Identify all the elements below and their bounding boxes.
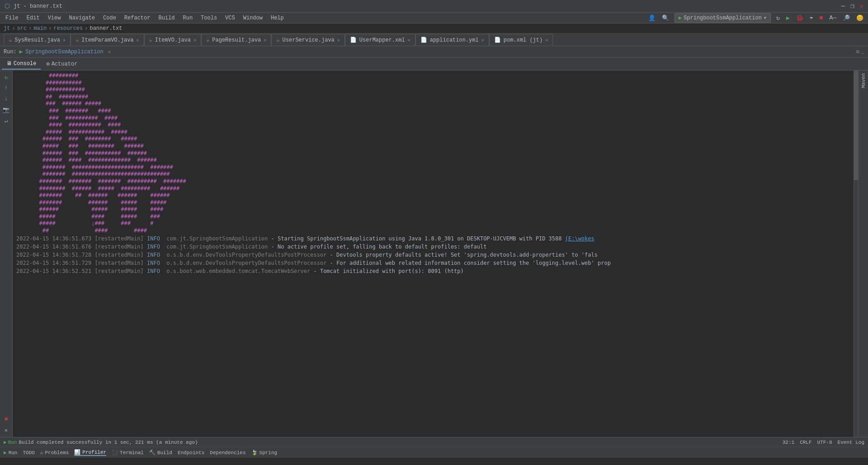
tab-itemparamvo[interactable]: ☕ ItemParamVO.java ✕ xyxy=(71,34,144,46)
menu-file[interactable]: File xyxy=(2,14,22,22)
java-icon: ☕ xyxy=(9,37,12,43)
maven-panel-tab[interactable]: Maven xyxy=(860,70,867,91)
run-controls: ↻ ↑ ↓ 📷 ↵ ■ ✕ xyxy=(0,70,13,437)
menu-build[interactable]: Build xyxy=(155,14,178,22)
java-icon: ☕ xyxy=(276,37,279,43)
tab-appyml[interactable]: 📄 application.yml ✕ xyxy=(415,34,489,46)
debug-button[interactable]: 🐞 xyxy=(793,13,806,23)
menu-bar: File Edit View Navigate Code Refactor Bu… xyxy=(0,13,868,23)
close-icon[interactable]: ✕ xyxy=(481,38,484,43)
close-icon[interactable]: ✕ xyxy=(545,38,548,43)
menu-view[interactable]: View xyxy=(44,14,65,22)
banner-line: ##### ### ######## ###### xyxy=(16,143,850,150)
banner-line: ############ xyxy=(16,86,850,94)
run-tab-actuator[interactable]: ⚙ Actuator xyxy=(42,59,82,69)
menu-run[interactable]: Run xyxy=(179,14,196,22)
menu-tools[interactable]: Tools xyxy=(197,14,221,22)
menu-navigate[interactable]: Navigate xyxy=(65,14,99,22)
problems-icon: ⚠ xyxy=(40,450,43,456)
banner-line: ######## ###### ##### ######### ###### xyxy=(16,185,850,193)
breadcrumb-item-main[interactable]: main xyxy=(33,25,47,32)
stop-run-button[interactable]: ■ xyxy=(1,414,11,424)
translate-button[interactable]: A↔ xyxy=(826,13,839,23)
line-ending-indicator[interactable]: CRLF xyxy=(800,440,811,445)
bottom-tab-todo[interactable]: TODO xyxy=(23,450,34,456)
bottom-tab-spring[interactable]: 🍃 Spring xyxy=(251,450,278,456)
user-button[interactable]: 😊 xyxy=(854,13,866,23)
run-tab-console[interactable]: 🖥 Console xyxy=(2,58,41,70)
xml-icon: 📄 xyxy=(350,37,357,43)
run-icon-small: ▶ xyxy=(4,439,7,445)
bottom-tab-build[interactable]: 🔨 Build xyxy=(149,450,172,456)
tab-itemvo[interactable]: ☕ ItemVO.java ✕ xyxy=(144,34,201,46)
banner-line: ####### ###### ##### ##### xyxy=(16,199,850,207)
position-indicator: 32:1 xyxy=(783,440,794,445)
word-wrap-button[interactable]: ↵ xyxy=(1,116,11,126)
breadcrumb-item-bannertxt[interactable]: banner.txt xyxy=(90,25,122,32)
close-run-button[interactable]: ✕ xyxy=(1,425,11,435)
bottom-tab-profiler[interactable]: 📊 Profiler xyxy=(74,449,106,456)
event-log-button[interactable]: Event Log xyxy=(838,440,864,445)
refresh-button[interactable]: ↻ xyxy=(774,13,783,23)
breadcrumb-item-resources[interactable]: resources xyxy=(53,25,83,32)
tab-usermapper[interactable]: 📄 UserMapper.xml ✕ xyxy=(345,34,415,46)
run-tab-close[interactable]: ✕ xyxy=(108,49,111,55)
coverage-button[interactable]: ☂ xyxy=(807,13,816,23)
breadcrumb-item-jt[interactable]: jt xyxy=(4,25,10,32)
profile-button[interactable]: 👤 xyxy=(646,13,658,23)
close-icon[interactable]: ✕ xyxy=(337,38,340,43)
close-icon[interactable]: ✕ xyxy=(408,38,410,43)
menu-vcs[interactable]: VCS xyxy=(222,14,239,22)
run-config-button[interactable]: ▶ SpringbootSsmApplication ▾ xyxy=(675,13,771,23)
tab-sysresult[interactable]: ☕ SysResult.java ✕ xyxy=(4,34,71,46)
bottom-tab-run[interactable]: ▶ Run xyxy=(4,450,17,456)
bottom-tab-dependencies[interactable]: Dependencies xyxy=(210,450,245,456)
tab-pomxml[interactable]: 📄 pom.xml (jt) ✕ xyxy=(489,34,553,46)
run-icon: ▶ xyxy=(19,48,23,55)
close-button[interactable]: ✕ xyxy=(860,2,863,10)
menu-code[interactable]: Code xyxy=(99,14,120,22)
close-icon[interactable]: ✕ xyxy=(193,38,196,43)
profiler-icon: 📊 xyxy=(74,449,80,455)
camera-button[interactable]: 📷 xyxy=(1,105,11,115)
panel-settings-icon[interactable]: ⚙ xyxy=(856,48,859,55)
bottom-tab-endpoints[interactable]: Endpoints xyxy=(178,450,204,456)
encoding-indicator[interactable]: UTF-8 xyxy=(817,440,832,445)
close-icon[interactable]: ✕ xyxy=(264,38,266,43)
run-status-button[interactable]: ▶ Run xyxy=(4,439,17,445)
rerun-button[interactable]: ↻ xyxy=(1,72,11,82)
minimize-button[interactable]: — xyxy=(841,2,845,10)
run-config-name: SpringbootSsmApplication xyxy=(25,49,104,55)
menu-edit[interactable]: Edit xyxy=(23,14,43,22)
banner-line: ###### #### ############# ###### xyxy=(16,157,850,164)
close-icon[interactable]: ✕ xyxy=(63,38,66,43)
breadcrumb-item-src[interactable]: src xyxy=(17,25,27,32)
console-output[interactable]: ######### ########### ############ ## ##… xyxy=(13,70,854,437)
maven-icon: 📄 xyxy=(494,37,501,43)
status-bar: ▶ Run Build completed successfully in 1 … xyxy=(0,437,868,447)
panel-minimize-icon[interactable]: _ xyxy=(861,48,864,55)
scroll-down-button[interactable]: ↓ xyxy=(1,94,11,104)
menu-refactor[interactable]: Refactor xyxy=(121,14,154,22)
build-run-button[interactable]: ▶ xyxy=(783,13,793,23)
run-panel-tabs: 🖥 Console ⚙ Actuator xyxy=(0,58,868,70)
banner-line: ###### ##### ##### #### xyxy=(16,206,850,213)
search-button[interactable]: 🔎 xyxy=(840,13,853,23)
build-status-text: Build completed successfully in 1 sec, 2… xyxy=(19,440,198,445)
banner-line: ########### xyxy=(16,80,850,87)
bottom-tab-problems[interactable]: ⚠ Problems xyxy=(40,450,69,456)
maximize-button[interactable]: ❐ xyxy=(850,2,854,10)
log-line: 2022-04-15 14:36:51.676 [restartedMain] … xyxy=(16,243,850,251)
menu-window[interactable]: Window xyxy=(240,14,266,22)
bottom-tab-terminal[interactable]: ⬛ Terminal xyxy=(112,450,144,456)
tab-userservice[interactable]: ☕ UserService.java ✕ xyxy=(271,34,344,46)
banner-line: ### ########## #### xyxy=(16,115,850,122)
banner-line: ##### ########### ##### xyxy=(16,129,850,136)
menu-help[interactable]: Help xyxy=(267,14,288,22)
stop-button[interactable]: ■ xyxy=(817,13,826,23)
search-everywhere-button[interactable]: 🔍 xyxy=(659,13,672,23)
scroll-up-button[interactable]: ↑ xyxy=(1,83,11,93)
close-icon[interactable]: ✕ xyxy=(137,38,139,43)
tab-pageresult[interactable]: ☕ PageResult.java ✕ xyxy=(201,34,271,46)
scrollbar[interactable] xyxy=(854,70,858,437)
